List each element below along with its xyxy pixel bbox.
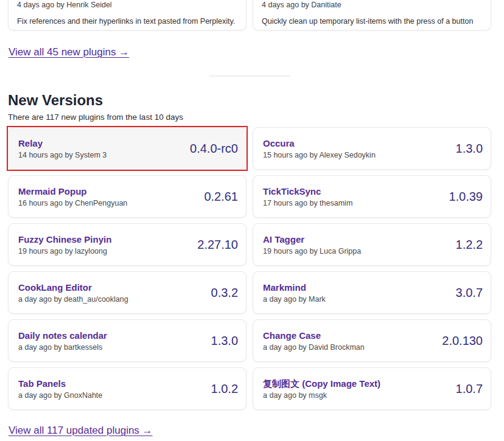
plugin-byline: 4 days ago by Henrik Seidel (17, 1, 237, 9)
plugin-byline: 16 hours ago by ChenPengyuan (18, 199, 127, 207)
plugin-version-card[interactable]: Occura 15 hours ago by Alexey Sedoykin 1… (253, 127, 491, 170)
plugin-byline: 19 hours ago by Luca Grippa (263, 247, 361, 255)
new-plugins-grid: 4 days ago by Henrik Seidel Fix referenc… (8, 0, 491, 30)
plugin-byline: 4 days ago by Danitiate (262, 1, 482, 9)
view-all-new-plugins-link[interactable]: View all 45 new plugins → (9, 46, 129, 58)
plugin-version-card[interactable]: Mermaid Popup 16 hours ago by ChenPengyu… (8, 175, 247, 218)
plugin-info: Relay 14 hours ago by System 3 (18, 138, 107, 159)
plugin-name: CookLang Editor (18, 282, 128, 293)
plugin-version: 1.0.2 (205, 382, 238, 396)
plugin-name: Daily notes calendar (18, 330, 107, 341)
plugin-version-card[interactable]: Markmind a day ago by Mark 3.0.7 (253, 271, 491, 314)
plugin-version-card[interactable]: Change Case a day ago by David Brockman … (253, 319, 491, 362)
new-plugin-card[interactable]: 4 days ago by Henrik Seidel Fix referenc… (8, 0, 247, 30)
plugin-version-card[interactable]: 复制图文 (Copy Image Text) a day ago by msgk… (253, 367, 491, 410)
plugin-byline: 19 hours ago by lazyloong (18, 247, 111, 255)
page: 4 days ago by Henrik Seidel Fix referenc… (0, 0, 504, 437)
plugin-version: 1.3.0 (450, 142, 483, 156)
plugin-version-card[interactable]: CookLang Editor a day ago by death_au/co… (8, 271, 247, 314)
plugin-info: Fuzzy Chinese Pinyin 19 hours ago by laz… (18, 234, 111, 255)
new-versions-heading: New Versions (8, 91, 491, 109)
plugin-byline: a day ago by GnoxNahte (18, 391, 102, 400)
plugin-name: TickTickSync (263, 186, 352, 197)
plugin-byline: 15 hours ago by Alexey Sedoykin (263, 151, 376, 159)
plugin-version: 1.0.39 (443, 190, 483, 204)
plugin-version: 1.2.2 (450, 238, 483, 252)
plugin-version-card[interactable]: Tab Panels a day ago by GnoxNahte 1.0.2 (8, 367, 247, 410)
plugin-byline: 17 hours ago by thesamim (263, 199, 352, 207)
new-versions-grid: Relay 14 hours ago by System 3 0.4.0-rc0… (8, 127, 491, 410)
plugin-version-card[interactable]: TickTickSync 17 hours ago by thesamim 1.… (253, 175, 491, 218)
plugin-description: Quickly clean up temporary list-items wi… (262, 17, 482, 26)
plugin-version-card[interactable]: Fuzzy Chinese Pinyin 19 hours ago by laz… (8, 223, 247, 266)
new-versions-subtitle: There are 117 new plugins from the last … (8, 113, 491, 122)
plugin-info: TickTickSync 17 hours ago by thesamim (263, 186, 352, 207)
plugin-info: CookLang Editor a day ago by death_au/co… (18, 282, 128, 304)
plugin-byline: 14 hours ago by System 3 (18, 151, 107, 159)
plugin-byline: a day ago by msgk (263, 391, 380, 400)
plugin-name: Tab Panels (18, 378, 102, 389)
section-divider (209, 75, 290, 77)
plugin-byline: a day ago by David Brockman (263, 343, 365, 352)
plugin-version: 2.0.130 (436, 334, 483, 348)
plugin-name: 复制图文 (Copy Image Text) (263, 378, 380, 389)
plugin-info: Markmind a day ago by Mark (263, 282, 326, 304)
plugin-version: 0.3.2 (205, 286, 238, 300)
plugin-version-card[interactable]: AI Tagger 19 hours ago by Luca Grippa 1.… (253, 223, 491, 266)
plugin-name: Occura (263, 138, 376, 149)
plugin-version: 0.2.61 (198, 190, 238, 204)
plugin-info: Change Case a day ago by David Brockman (263, 330, 365, 352)
plugin-name: Relay (18, 138, 107, 149)
plugin-name: Fuzzy Chinese Pinyin (18, 234, 111, 245)
plugin-name: Change Case (263, 330, 365, 341)
plugin-name: AI Tagger (263, 234, 361, 245)
plugin-byline: a day ago by Mark (263, 295, 326, 304)
plugin-info: 复制图文 (Copy Image Text) a day ago by msgk (263, 378, 380, 400)
plugin-version: 2.27.10 (191, 238, 238, 252)
plugin-name: Markmind (263, 282, 326, 293)
view-all-updated-plugins-link[interactable]: View all 117 updated plugins → (9, 425, 153, 437)
plugin-byline: a day ago by bartkessels (18, 343, 107, 352)
plugin-info: Occura 15 hours ago by Alexey Sedoykin (263, 138, 376, 159)
plugin-info: Tab Panels a day ago by GnoxNahte (18, 378, 102, 400)
plugin-description: Fix references and their hyperlinks in t… (17, 17, 237, 26)
plugin-version-card[interactable]: Relay 14 hours ago by System 3 0.4.0-rc0 (8, 127, 247, 170)
plugin-info: AI Tagger 19 hours ago by Luca Grippa (263, 234, 361, 255)
new-plugin-card[interactable]: 4 days ago by Danitiate Quickly clean up… (253, 0, 491, 30)
plugin-version: 3.0.7 (450, 286, 483, 300)
plugin-byline: a day ago by death_au/cooklang (18, 295, 128, 304)
plugin-version: 0.4.0-rc0 (184, 142, 238, 156)
plugin-info: Mermaid Popup 16 hours ago by ChenPengyu… (18, 186, 127, 207)
plugin-version: 1.0.7 (450, 382, 483, 396)
plugin-name: Mermaid Popup (18, 186, 127, 197)
plugin-version-card[interactable]: Daily notes calendar a day ago by bartke… (8, 319, 247, 362)
plugin-info: Daily notes calendar a day ago by bartke… (18, 330, 107, 352)
plugin-version: 1.3.0 (205, 334, 238, 348)
